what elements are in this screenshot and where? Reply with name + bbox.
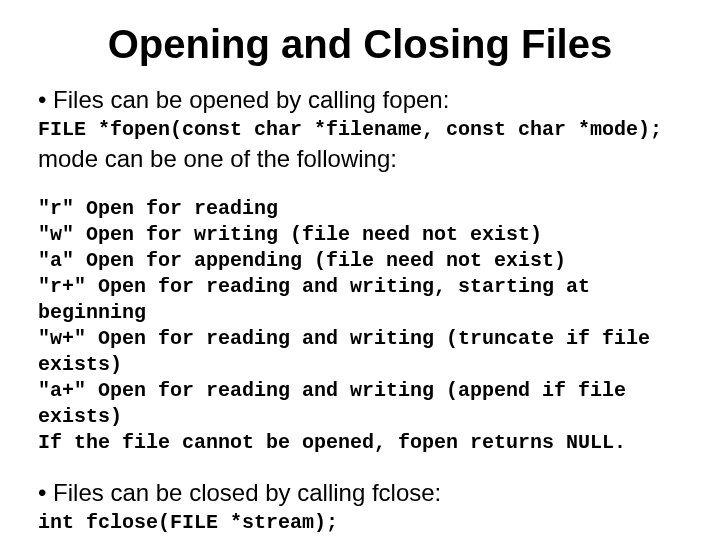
code-fclose-signature: int fclose(FILE *stream); [38,510,682,535]
text-mode-intro: mode can be one of the following: [38,144,682,174]
code-mode-list: "r" Open for reading "w" Open for writin… [38,196,682,456]
slide: Opening and Closing Files • Files can be… [0,0,720,540]
slide-title: Opening and Closing Files [38,22,682,67]
code-fopen-signature: FILE *fopen(const char *filename, const … [38,117,682,142]
bullet-open: • Files can be opened by calling fopen: [38,85,682,115]
bullet-close: • Files can be closed by calling fclose: [38,478,682,508]
